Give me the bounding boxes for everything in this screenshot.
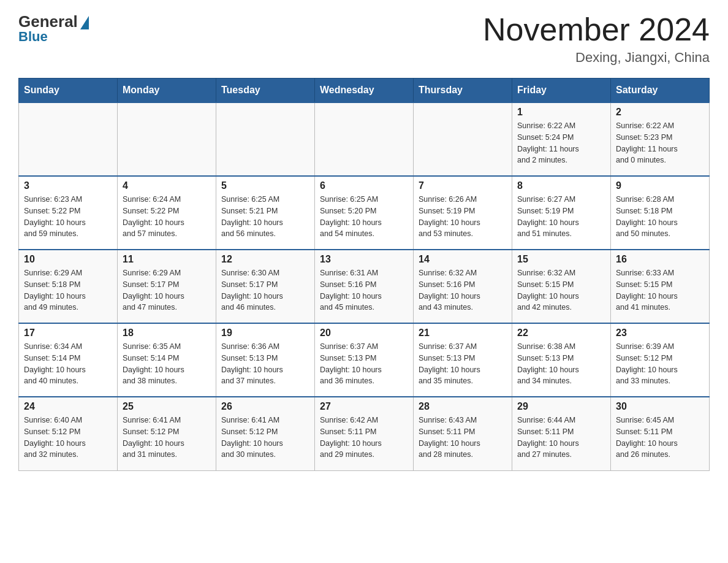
day-number: 22 — [517, 327, 605, 339]
calendar-cell: 15Sunrise: 6:32 AM Sunset: 5:15 PM Dayli… — [512, 250, 611, 323]
calendar-week-row: 3Sunrise: 6:23 AM Sunset: 5:22 PM Daylig… — [19, 176, 710, 250]
day-info: Sunrise: 6:44 AM Sunset: 5:11 PM Dayligh… — [517, 415, 605, 461]
calendar-cell: 9Sunrise: 6:28 AM Sunset: 5:18 PM Daylig… — [611, 176, 710, 250]
day-number: 19 — [221, 327, 309, 339]
calendar-cell: 5Sunrise: 6:25 AM Sunset: 5:21 PM Daylig… — [216, 176, 315, 250]
day-number: 28 — [419, 401, 507, 412]
day-number: 16 — [616, 254, 704, 265]
calendar-header-row: Sunday Monday Tuesday Wednesday Thursday… — [19, 79, 710, 103]
calendar-cell: 11Sunrise: 6:29 AM Sunset: 5:17 PM Dayli… — [118, 250, 216, 323]
location-title: Dexing, Jiangxi, China — [483, 50, 710, 66]
day-info: Sunrise: 6:38 AM Sunset: 5:13 PM Dayligh… — [517, 341, 605, 387]
calendar-cell: 20Sunrise: 6:37 AM Sunset: 5:13 PM Dayli… — [315, 323, 414, 397]
day-number: 17 — [24, 327, 112, 339]
day-info: Sunrise: 6:29 AM Sunset: 5:17 PM Dayligh… — [123, 267, 211, 313]
logo-blue-text: Blue — [18, 29, 48, 45]
calendar-cell: 13Sunrise: 6:31 AM Sunset: 5:16 PM Dayli… — [315, 250, 414, 323]
calendar-cell: 30Sunrise: 6:45 AM Sunset: 5:11 PM Dayli… — [611, 397, 710, 470]
day-number: 13 — [320, 254, 408, 265]
title-area: November 2024 Dexing, Jiangxi, China — [483, 12, 710, 66]
calendar-cell: 29Sunrise: 6:44 AM Sunset: 5:11 PM Dayli… — [512, 397, 611, 470]
calendar-cell — [216, 102, 315, 176]
day-number: 27 — [320, 401, 408, 412]
header-tuesday: Tuesday — [216, 79, 315, 103]
calendar-cell: 3Sunrise: 6:23 AM Sunset: 5:22 PM Daylig… — [19, 176, 118, 250]
day-info: Sunrise: 6:25 AM Sunset: 5:20 PM Dayligh… — [320, 194, 408, 240]
day-number: 25 — [123, 401, 211, 412]
day-info: Sunrise: 6:33 AM Sunset: 5:15 PM Dayligh… — [616, 267, 704, 313]
header: General Blue November 2024 Dexing, Jiang… — [18, 12, 710, 66]
day-number: 20 — [320, 327, 408, 339]
day-number: 23 — [616, 327, 704, 339]
calendar-cell: 27Sunrise: 6:42 AM Sunset: 5:11 PM Dayli… — [315, 397, 414, 470]
day-info: Sunrise: 6:35 AM Sunset: 5:14 PM Dayligh… — [123, 341, 211, 387]
day-number: 12 — [221, 254, 309, 265]
day-number: 10 — [24, 254, 112, 265]
calendar-cell: 17Sunrise: 6:34 AM Sunset: 5:14 PM Dayli… — [19, 323, 118, 397]
calendar-cell: 22Sunrise: 6:38 AM Sunset: 5:13 PM Dayli… — [512, 323, 611, 397]
day-number: 8 — [517, 180, 605, 191]
day-number: 11 — [123, 254, 211, 265]
calendar-table: Sunday Monday Tuesday Wednesday Thursday… — [18, 78, 710, 471]
calendar-cell: 26Sunrise: 6:41 AM Sunset: 5:12 PM Dayli… — [216, 397, 315, 470]
day-number: 21 — [419, 327, 507, 339]
calendar-cell: 10Sunrise: 6:29 AM Sunset: 5:18 PM Dayli… — [19, 250, 118, 323]
day-info: Sunrise: 6:34 AM Sunset: 5:14 PM Dayligh… — [24, 341, 112, 387]
day-info: Sunrise: 6:23 AM Sunset: 5:22 PM Dayligh… — [24, 194, 112, 240]
day-info: Sunrise: 6:37 AM Sunset: 5:13 PM Dayligh… — [419, 341, 507, 387]
logo-triangle-icon — [80, 16, 89, 29]
calendar-cell: 12Sunrise: 6:30 AM Sunset: 5:17 PM Dayli… — [216, 250, 315, 323]
calendar-cell: 19Sunrise: 6:36 AM Sunset: 5:13 PM Dayli… — [216, 323, 315, 397]
day-info: Sunrise: 6:29 AM Sunset: 5:18 PM Dayligh… — [24, 267, 112, 313]
day-number: 2 — [616, 107, 704, 118]
calendar-cell: 18Sunrise: 6:35 AM Sunset: 5:14 PM Dayli… — [118, 323, 216, 397]
header-saturday: Saturday — [611, 79, 710, 103]
day-number: 1 — [517, 107, 605, 118]
calendar-cell: 25Sunrise: 6:41 AM Sunset: 5:12 PM Dayli… — [118, 397, 216, 470]
header-sunday: Sunday — [19, 79, 118, 103]
day-info: Sunrise: 6:32 AM Sunset: 5:16 PM Dayligh… — [419, 267, 507, 313]
month-title: November 2024 — [483, 12, 710, 47]
calendar-week-row: 1Sunrise: 6:22 AM Sunset: 5:24 PM Daylig… — [19, 102, 710, 176]
day-info: Sunrise: 6:27 AM Sunset: 5:19 PM Dayligh… — [517, 194, 605, 240]
day-info: Sunrise: 6:36 AM Sunset: 5:13 PM Dayligh… — [221, 341, 309, 387]
calendar-cell: 24Sunrise: 6:40 AM Sunset: 5:12 PM Dayli… — [19, 397, 118, 470]
day-info: Sunrise: 6:26 AM Sunset: 5:19 PM Dayligh… — [419, 194, 507, 240]
day-info: Sunrise: 6:31 AM Sunset: 5:16 PM Dayligh… — [320, 267, 408, 313]
day-number: 3 — [24, 180, 112, 191]
day-info: Sunrise: 6:25 AM Sunset: 5:21 PM Dayligh… — [221, 194, 309, 240]
logo: General Blue — [18, 12, 89, 45]
day-number: 29 — [517, 401, 605, 412]
day-info: Sunrise: 6:22 AM Sunset: 5:23 PM Dayligh… — [616, 120, 704, 166]
calendar-week-row: 10Sunrise: 6:29 AM Sunset: 5:18 PM Dayli… — [19, 250, 710, 323]
day-info: Sunrise: 6:30 AM Sunset: 5:17 PM Dayligh… — [221, 267, 309, 313]
calendar-cell: 21Sunrise: 6:37 AM Sunset: 5:13 PM Dayli… — [414, 323, 512, 397]
day-info: Sunrise: 6:42 AM Sunset: 5:11 PM Dayligh… — [320, 415, 408, 461]
header-wednesday: Wednesday — [315, 79, 414, 103]
calendar-cell: 23Sunrise: 6:39 AM Sunset: 5:12 PM Dayli… — [611, 323, 710, 397]
calendar-cell: 28Sunrise: 6:43 AM Sunset: 5:11 PM Dayli… — [414, 397, 512, 470]
day-info: Sunrise: 6:41 AM Sunset: 5:12 PM Dayligh… — [221, 415, 309, 461]
day-number: 9 — [616, 180, 704, 191]
calendar-cell: 4Sunrise: 6:24 AM Sunset: 5:22 PM Daylig… — [118, 176, 216, 250]
day-info: Sunrise: 6:24 AM Sunset: 5:22 PM Dayligh… — [123, 194, 211, 240]
day-info: Sunrise: 6:22 AM Sunset: 5:24 PM Dayligh… — [517, 120, 605, 166]
day-number: 4 — [123, 180, 211, 191]
day-number: 30 — [616, 401, 704, 412]
header-friday: Friday — [512, 79, 611, 103]
header-thursday: Thursday — [414, 79, 512, 103]
calendar-cell: 7Sunrise: 6:26 AM Sunset: 5:19 PM Daylig… — [414, 176, 512, 250]
day-number: 14 — [419, 254, 507, 265]
day-number: 24 — [24, 401, 112, 412]
day-info: Sunrise: 6:37 AM Sunset: 5:13 PM Dayligh… — [320, 341, 408, 387]
calendar-cell: 14Sunrise: 6:32 AM Sunset: 5:16 PM Dayli… — [414, 250, 512, 323]
calendar-cell — [414, 102, 512, 176]
calendar-week-row: 24Sunrise: 6:40 AM Sunset: 5:12 PM Dayli… — [19, 397, 710, 470]
calendar-cell — [19, 102, 118, 176]
day-info: Sunrise: 6:45 AM Sunset: 5:11 PM Dayligh… — [616, 415, 704, 461]
day-info: Sunrise: 6:32 AM Sunset: 5:15 PM Dayligh… — [517, 267, 605, 313]
day-info: Sunrise: 6:43 AM Sunset: 5:11 PM Dayligh… — [419, 415, 507, 461]
header-monday: Monday — [118, 79, 216, 103]
calendar-cell: 8Sunrise: 6:27 AM Sunset: 5:19 PM Daylig… — [512, 176, 611, 250]
day-info: Sunrise: 6:40 AM Sunset: 5:12 PM Dayligh… — [24, 415, 112, 461]
